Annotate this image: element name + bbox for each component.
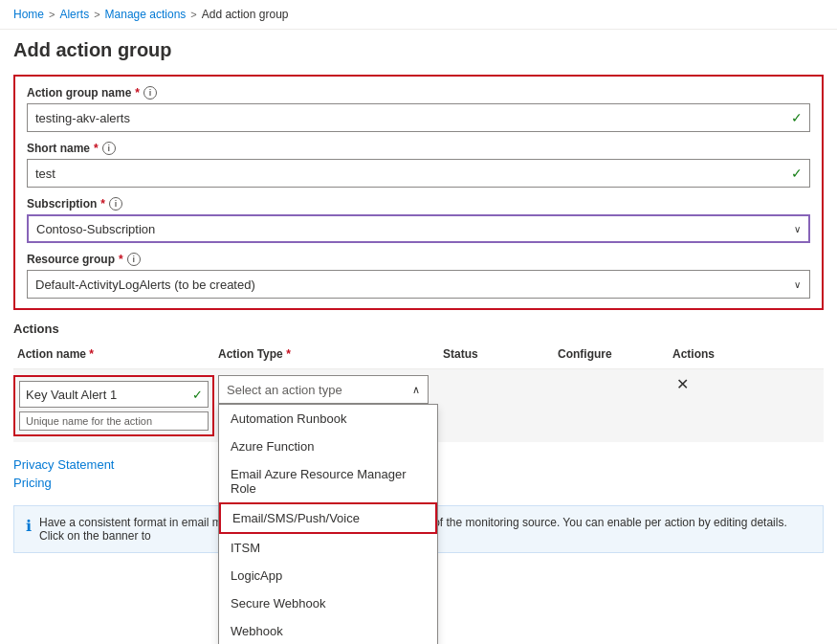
breadcrumb: Home > Alerts > Manage actions > Add act… (0, 0, 837, 30)
breadcrumb-sep-3: > (190, 9, 196, 20)
action-type-trigger[interactable]: Select an action type ∧ (218, 375, 429, 404)
breadcrumb-home[interactable]: Home (13, 8, 44, 21)
breadcrumb-sep-1: > (49, 9, 55, 20)
actions-cell: ✕ (669, 375, 745, 393)
delete-action-button[interactable]: ✕ (672, 372, 693, 396)
dropdown-item-automation-runbook[interactable]: Automation Runbook (219, 405, 437, 433)
info-banner-icon: ℹ (26, 517, 32, 535)
dropdown-item-email-sms[interactable]: Email/SMS/Push/Voice (219, 502, 437, 534)
col-action-name-required: * (89, 347, 94, 361)
breadcrumb-manage-actions[interactable]: Manage actions (105, 8, 187, 21)
action-type-dropdown[interactable]: Automation Runbook Azure Function Email … (218, 404, 438, 644)
short-name-required-marker: * (94, 142, 99, 155)
dropdown-item-email-arm-role[interactable]: Email Azure Resource Manager Role (219, 460, 437, 502)
short-name-input[interactable] (27, 159, 810, 188)
col-action-name: Action name * (13, 344, 214, 365)
breadcrumb-sep-2: > (94, 9, 99, 20)
action-group-name-input[interactable] (27, 103, 810, 132)
action-name-input[interactable] (19, 381, 209, 408)
action-group-name-check-icon: ✓ (791, 110, 803, 125)
subscription-label: Subscription * i (27, 197, 810, 211)
col-status: Status (439, 344, 554, 365)
subscription-field: Subscription * i Contoso-Subscription ∨ (27, 197, 810, 243)
actions-section-label: Actions (13, 322, 824, 336)
unique-name-hint: Unique name for the action (19, 411, 209, 431)
short-name-label: Short name * i (27, 142, 810, 155)
resource-group-select[interactable]: Default-ActivityLogAlerts (to be created… (27, 270, 810, 299)
resource-group-select-wrapper: Default-ActivityLogAlerts (to be created… (27, 270, 810, 299)
action-type-chevron-up-icon: ∧ (412, 384, 420, 396)
dropdown-item-itsm[interactable]: ITSM (219, 534, 437, 562)
subscription-required-marker: * (100, 197, 105, 211)
breadcrumb-alerts[interactable]: Alerts (59, 8, 89, 21)
main-content: Action group name * i ✓ Short name * i ✓ (0, 75, 837, 553)
action-type-container: Select an action type ∧ Automation Runbo… (218, 375, 435, 404)
resource-group-label: Resource group * i (27, 253, 810, 266)
table-row: ✓ Unique name for the action Select an a… (13, 369, 824, 442)
table-header: Action name * Action Type * Status Confi… (13, 344, 824, 369)
action-name-input-wrapper: ✓ (19, 381, 209, 408)
dropdown-item-secure-webhook[interactable]: Secure Webhook (219, 589, 437, 617)
subscription-info-icon[interactable]: i (109, 197, 122, 211)
short-name-check-icon: ✓ (791, 166, 803, 181)
dropdown-item-azure-function[interactable]: Azure Function (219, 433, 437, 460)
breadcrumb-current: Add action group (202, 8, 289, 21)
action-group-name-input-wrapper: ✓ (27, 103, 810, 132)
form-section: Action group name * i ✓ Short name * i ✓ (13, 75, 824, 310)
col-actions: Actions (669, 344, 745, 365)
col-action-type-required: * (286, 347, 291, 361)
dropdown-item-logicapp[interactable]: LogicApp (219, 562, 437, 589)
short-name-field: Short name * i ✓ (27, 142, 810, 188)
action-type-placeholder: Select an action type (227, 383, 342, 397)
resource-group-info-icon[interactable]: i (127, 253, 141, 266)
action-name-check-icon: ✓ (192, 388, 203, 402)
page-title: Add action group (0, 30, 837, 75)
short-name-input-wrapper: ✓ (27, 159, 810, 188)
action-group-name-label: Action group name * i (27, 86, 810, 100)
col-action-type: Action Type * (214, 344, 439, 365)
required-marker: * (135, 86, 140, 100)
dropdown-item-webhook[interactable]: Webhook (219, 617, 437, 644)
actions-section: Actions Action name * Action Type * Stat… (13, 322, 824, 442)
action-group-name-info-icon[interactable]: i (143, 86, 157, 100)
col-configure: Configure (554, 344, 669, 365)
short-name-info-icon[interactable]: i (102, 142, 116, 155)
resource-group-field: Resource group * i Default-ActivityLogAl… (27, 253, 810, 299)
subscription-select[interactable]: Contoso-Subscription (27, 214, 810, 243)
action-name-cell: ✓ Unique name for the action (13, 375, 214, 436)
resource-group-required-marker: * (119, 253, 123, 266)
action-type-cell: Select an action type ∧ Automation Runbo… (214, 375, 439, 404)
action-group-name-field: Action group name * i ✓ (27, 86, 810, 132)
subscription-select-wrapper: Contoso-Subscription ∨ (27, 214, 810, 243)
